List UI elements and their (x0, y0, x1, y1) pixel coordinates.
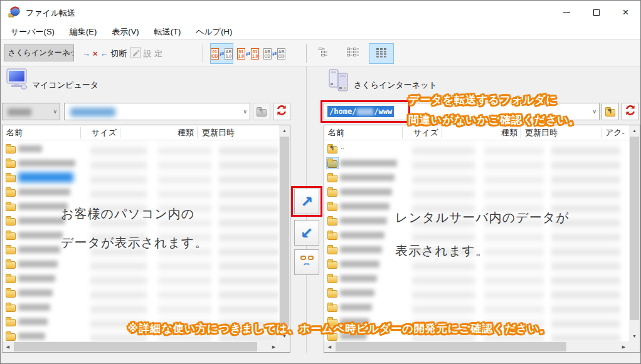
chevron-down-icon: ∨ (66, 50, 71, 56)
host-select-value: さくらインターネット (8, 48, 74, 57)
folder-icon (326, 273, 339, 284)
file-row[interactable] (324, 185, 629, 199)
menu-transfer[interactable]: 転送(T) (147, 24, 189, 39)
mode-badge: AB1.0 (225, 48, 233, 60)
redacted-file-name (340, 160, 397, 167)
drive-select[interactable]: ∨ (2, 103, 60, 120)
view-list-button[interactable] (341, 43, 366, 64)
menu-bar: サーバー(S) 編集(E) 表示(V) 転送(T) ヘルプ(H) (1, 24, 640, 39)
file-row[interactable] (3, 185, 279, 199)
file-row[interactable] (324, 170, 629, 185)
local-file-list: 名前 サイズ 種類 更新日時 お客様のパソコン内の データが表示されます。 ▲ … (2, 125, 290, 353)
local-overlay-text-line1: お客様のパソコン内の (61, 205, 194, 222)
scroll-right-icon[interactable]: ▶ (618, 341, 629, 352)
close-button[interactable]: × (611, 1, 640, 24)
file-row[interactable]: ↰.. (324, 142, 629, 156)
list-view-icon (347, 47, 359, 60)
scrollbar-thumb[interactable] (630, 137, 639, 320)
file-row[interactable] (3, 170, 279, 185)
mode-badge: 011.0 (251, 48, 259, 60)
footer-note: ※詳細な使い方につきましては、ホームペ時ビルダーの開発元にご確認ください。 (1, 321, 640, 336)
scroll-left-icon[interactable]: ◀ (324, 341, 335, 352)
chevron-down-icon: ∨ (592, 109, 596, 115)
window-title: ファイル転送 (26, 8, 75, 19)
view-tree-button[interactable] (312, 43, 337, 64)
column-header-name[interactable]: 名前 (6, 125, 23, 140)
transfer-mode-binary-button[interactable]: 011.0 ⇄ 011.0 (236, 43, 260, 64)
remote-parent-folder-button[interactable]: ↰ (601, 103, 619, 120)
local-refresh-button[interactable] (273, 103, 290, 120)
column-header-date[interactable]: 更新日時 (525, 125, 558, 140)
view-details-button[interactable] (369, 43, 394, 64)
redacted-local-path (70, 108, 115, 117)
local-list-header: 名前 サイズ 種類 更新日時 (3, 125, 279, 140)
local-vertical-scrollbar[interactable]: ▲ ▼ (279, 125, 290, 341)
my-computer-icon (4, 68, 29, 93)
host-select[interactable]: さくらインターネット ∨ (4, 44, 74, 61)
mode-arrows-icon: ⇄ (272, 51, 277, 57)
maximize-button[interactable] (581, 1, 611, 24)
scroll-up-icon[interactable]: ▲ (629, 125, 640, 136)
redacted-file-name (340, 289, 374, 296)
transfer-mode-auto-button[interactable]: 01CD ⇄ AB1.0 (210, 43, 233, 64)
scroll-right-icon[interactable]: ▶ (268, 341, 279, 352)
file-row[interactable] (3, 142, 279, 156)
file-row[interactable] (324, 271, 629, 286)
file-row[interactable] (324, 156, 629, 170)
remote-horizontal-scrollbar[interactable]: ◀ ▶ (324, 341, 629, 352)
remote-refresh-button[interactable] (622, 103, 639, 120)
folder-icon (4, 215, 17, 227)
column-header-date[interactable]: 更新日時 (202, 125, 235, 140)
file-row[interactable] (3, 300, 279, 315)
local-horizontal-scrollbar[interactable]: ◀ ▶ (3, 341, 279, 352)
chevron-down-icon: ∨ (53, 109, 57, 115)
folder-up-icon: ↰ (605, 109, 615, 117)
local-path-combobox[interactable]: ∨ (64, 103, 250, 120)
redacted-file-name (340, 246, 382, 253)
scrollbar-thumb[interactable] (280, 137, 289, 326)
column-header-size[interactable]: サイズ (78, 125, 117, 140)
redacted-file-name (18, 145, 42, 152)
scrollbar-thumb[interactable] (336, 342, 566, 351)
scrollbar-thumb[interactable] (14, 342, 257, 351)
folder-icon (4, 287, 17, 299)
folder-icon (326, 258, 339, 270)
redacted-file-name (340, 203, 389, 210)
file-row[interactable] (324, 228, 629, 242)
file-row[interactable] (3, 271, 279, 286)
menu-help[interactable]: ヘルプ(H) (188, 24, 240, 39)
redacted-drive-name (8, 108, 31, 116)
redacted-file-name (340, 275, 377, 282)
menu-server[interactable]: サーバー(S) (3, 24, 62, 39)
column-header-permissions[interactable]: アク‐ (605, 125, 625, 140)
scroll-up-icon[interactable]: ▲ (279, 125, 290, 136)
column-header-name[interactable]: 名前 (328, 125, 344, 140)
remote-file-list: 名前 サイズ 種類 更新日時 アク‐ レンタルサーバ内のデータが 表示されます。… (324, 125, 640, 353)
x-icon: × (93, 49, 98, 58)
redacted-file-name (18, 160, 75, 167)
file-row[interactable] (3, 286, 279, 300)
mirror-upload-button[interactable]: ⇔ (294, 249, 319, 275)
maximize-icon (593, 9, 600, 16)
menu-edit[interactable]: 編集(E) (62, 24, 104, 39)
local-panel: マイコンピュータ ∨ ∨ ↰ 名前 サイズ (2, 66, 290, 353)
folder-icon (4, 157, 17, 169)
mode-badge: ABCD (277, 48, 285, 60)
transfer-mode-ascii-button[interactable]: ABCD ⇄ ABCD (263, 43, 286, 64)
window-controls: × (552, 1, 640, 24)
column-header-type[interactable]: 種類 (153, 125, 194, 140)
file-row[interactable] (3, 257, 279, 271)
column-header-type[interactable]: 種類 (475, 125, 517, 140)
column-header-size[interactable]: サイズ (400, 125, 438, 140)
scroll-left-icon[interactable]: ◀ (3, 341, 13, 352)
title-bar[interactable]: ファイル転送 × (1, 1, 640, 24)
minimize-button[interactable] (552, 1, 581, 24)
file-row[interactable] (3, 156, 279, 170)
download-button[interactable]: ↙ (294, 220, 319, 246)
menu-view[interactable]: 表示(V) (104, 24, 146, 39)
folder-icon (326, 186, 339, 198)
disconnect-button[interactable]: → × ← 切断 (82, 44, 127, 63)
remote-vertical-scrollbar[interactable]: ▲ ▼ (629, 125, 640, 341)
file-row[interactable] (324, 286, 629, 300)
file-row[interactable] (324, 300, 629, 315)
